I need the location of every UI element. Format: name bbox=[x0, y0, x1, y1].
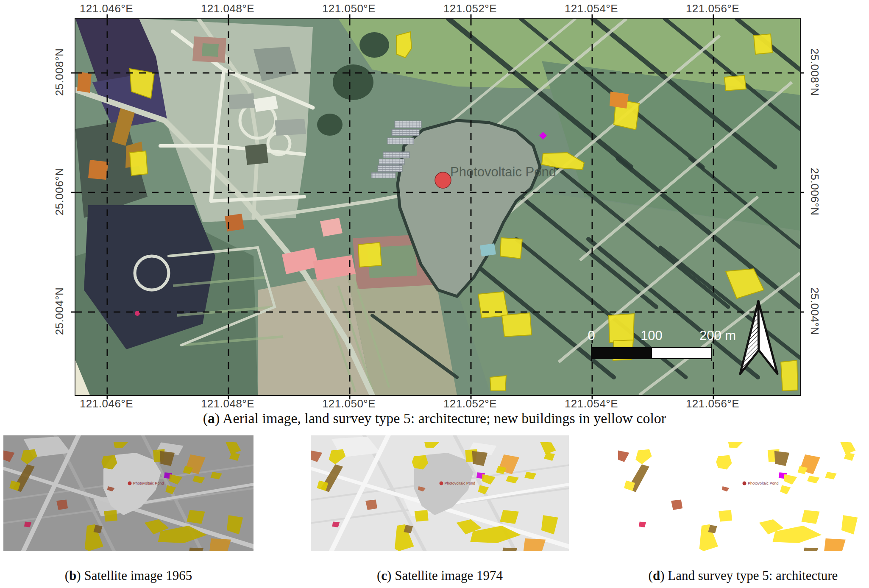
caption-panel-c: (c) Satellite image 1974 bbox=[311, 568, 569, 583]
caption-panel-b: (b) Satellite image 1965 bbox=[3, 568, 253, 583]
caption-c-paren: ( bbox=[377, 568, 381, 583]
caption-b-text: Satellite image 1965 bbox=[84, 568, 192, 583]
caption-b-letter: b bbox=[69, 568, 76, 583]
lat-label-left: 25.008°N bbox=[53, 48, 66, 96]
caption-panel-a: (a) Aerial image, land survey type 5: ar… bbox=[0, 410, 869, 426]
figure-page: Photovoltaic Pond0100200 m 121.046°E121.… bbox=[0, 0, 869, 588]
lat-label-left: 25.004°N bbox=[53, 287, 66, 335]
pond-tiny-label: Photovoltaic Pond bbox=[748, 481, 779, 485]
panel-c-satellite-1974 bbox=[311, 435, 569, 551]
caption-a-letter: a bbox=[208, 410, 215, 426]
caption-b-paren-close: ) bbox=[76, 568, 84, 583]
caption-d-letter: d bbox=[653, 568, 660, 583]
caption-a-paren: ( bbox=[203, 410, 208, 426]
lat-label-left: 25.006°N bbox=[53, 168, 66, 216]
pond-label: Photovoltaic Pond bbox=[450, 164, 556, 179]
lon-label-top: 121.046°E bbox=[80, 2, 133, 15]
pond-marker-dot bbox=[128, 482, 131, 485]
scalebar-label: 200 m bbox=[699, 328, 736, 343]
lon-label-bottom: 121.052°E bbox=[443, 397, 497, 410]
scalebar-white-segment bbox=[652, 348, 712, 359]
lon-label-top: 121.052°E bbox=[443, 2, 497, 15]
scalebar-label: 0 bbox=[588, 328, 595, 343]
panel-d-land-survey bbox=[618, 435, 868, 551]
lon-label-top: 121.048°E bbox=[201, 2, 254, 15]
caption-d-paren: ( bbox=[649, 568, 653, 583]
pond-tiny-label: Photovoltaic Pond bbox=[445, 481, 476, 485]
panel-b-satellite-1965 bbox=[3, 435, 253, 551]
panel-b-canvas bbox=[3, 435, 253, 551]
caption-panel-d: (d) Land survey type 5: architecture bbox=[618, 568, 868, 583]
caption-c-text: Satellite image 1974 bbox=[395, 568, 503, 583]
panel-c-canvas bbox=[311, 435, 569, 551]
panel-a-aerial-map: Photovoltaic Pond0100200 m bbox=[75, 18, 801, 396]
lon-label-top: 121.050°E bbox=[322, 2, 376, 15]
lon-label-bottom: 121.054°E bbox=[565, 397, 618, 410]
lon-label-top: 121.054°E bbox=[565, 2, 618, 15]
scalebar-label: 100 bbox=[641, 328, 663, 343]
caption-a-paren-close: ) bbox=[215, 410, 223, 426]
lon-label-bottom: 121.056°E bbox=[686, 397, 739, 410]
aerial-map-canvas: Photovoltaic Pond0100200 m bbox=[75, 19, 800, 395]
caption-d-text: Land survey type 5: architecture bbox=[668, 568, 838, 583]
scalebar-black-segment bbox=[591, 348, 652, 359]
lat-label-right: 25.004°N bbox=[808, 287, 821, 335]
lon-label-bottom: 121.046°E bbox=[80, 397, 133, 410]
caption-d-paren-close: ) bbox=[660, 568, 668, 583]
lon-label-bottom: 121.050°E bbox=[322, 397, 376, 410]
pond-marker-dot bbox=[439, 482, 443, 485]
caption-b-paren: ( bbox=[65, 568, 69, 583]
caption-a-text: Aerial image, land survey type 5: archit… bbox=[223, 410, 666, 426]
lon-label-bottom: 121.048°E bbox=[201, 397, 254, 410]
pond-marker-dot bbox=[742, 482, 746, 485]
caption-c-paren-close: ) bbox=[387, 568, 395, 583]
lon-label-top: 121.056°E bbox=[686, 2, 739, 15]
pond-tiny-label: Photovoltaic Pond bbox=[133, 481, 164, 485]
caption-c-letter: c bbox=[381, 568, 387, 583]
pond-marker-circle bbox=[435, 172, 451, 188]
lat-label-right: 25.006°N bbox=[808, 168, 821, 216]
panel-d-canvas bbox=[618, 435, 868, 551]
lat-label-right: 25.008°N bbox=[808, 48, 821, 96]
